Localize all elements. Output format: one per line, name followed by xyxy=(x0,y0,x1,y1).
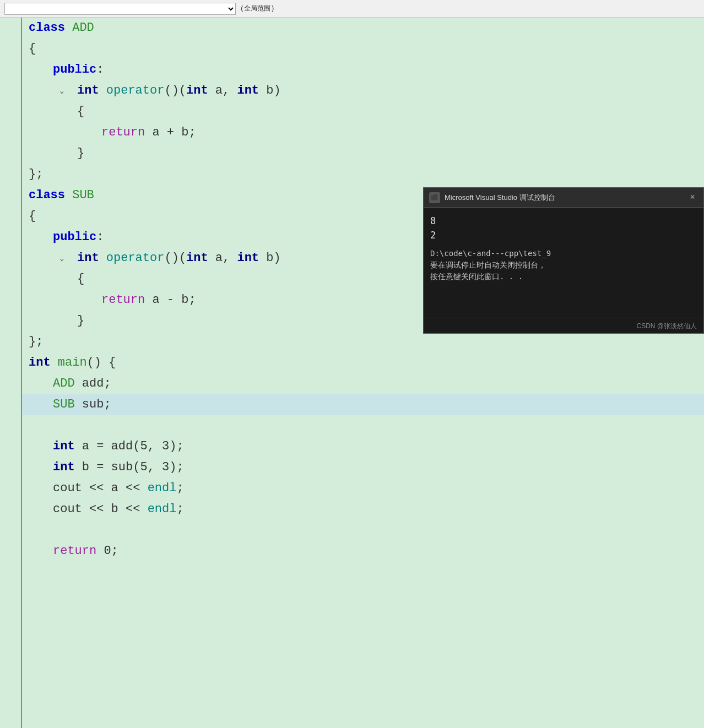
gutter-line xyxy=(0,373,21,394)
scope-label: (全局范围) xyxy=(240,4,274,13)
token-op-teal: endl xyxy=(148,499,177,520)
token-normal: : xyxy=(96,227,104,248)
gutter-line xyxy=(0,248,21,269)
debug-path: D:\code\c-and---cpp\test_9 xyxy=(430,248,697,259)
token-normal: ; xyxy=(176,478,183,499)
token-kw-int: int xyxy=(77,248,99,269)
collapse-arrow[interactable]: ⌄ xyxy=(59,80,64,101)
gutter-line xyxy=(0,311,21,332)
token-normal: () { xyxy=(87,352,116,373)
token-kw-int: int xyxy=(237,80,259,101)
gutter-line xyxy=(0,39,21,59)
code-line: SUB sub; xyxy=(22,394,704,415)
debug-footer: CSDN @张淡然仙人 xyxy=(424,318,703,333)
token-normal: } xyxy=(77,311,84,332)
code-line: cout << b << endl; xyxy=(22,499,704,520)
token-class-name: SUB xyxy=(53,394,75,415)
debug-output-line2: 2 xyxy=(430,229,697,243)
token-kw-int: int xyxy=(237,248,259,269)
debug-output-line1: 8 xyxy=(430,214,697,229)
token-kw-int: int xyxy=(53,457,75,478)
token-normal xyxy=(51,352,58,373)
code-line: public: xyxy=(22,59,704,80)
token-kw-blue: public xyxy=(53,227,96,248)
gutter-line xyxy=(0,80,21,101)
debug-close-button[interactable]: × xyxy=(687,192,698,203)
code-line: } xyxy=(22,143,704,164)
token-normal: 0; xyxy=(96,541,118,562)
token-normal: sub; xyxy=(75,394,111,415)
token-kw-return: return xyxy=(101,290,145,311)
debug-hint2: 按任意键关闭此窗口. . . xyxy=(430,271,697,282)
gutter-line xyxy=(0,478,21,499)
token-normal: }; xyxy=(29,164,43,185)
gutter-line xyxy=(0,457,21,478)
gutter-line xyxy=(0,332,21,352)
gutter-line xyxy=(0,101,21,122)
token-kw-int: int xyxy=(186,248,208,269)
code-line: { xyxy=(22,39,704,59)
gutter-line xyxy=(0,227,21,248)
token-class-name: ADD xyxy=(72,18,94,39)
code-line: }; xyxy=(22,332,704,352)
token-op-teal: operator xyxy=(106,248,165,269)
debug-panel: ⬛ Microsoft Visual Studio 调试控制台 × 8 2 D:… xyxy=(423,187,704,334)
token-normal: ( xyxy=(179,80,186,101)
token-normal: a, xyxy=(208,80,237,101)
token-normal xyxy=(65,18,72,39)
code-line: return a + b; xyxy=(22,122,704,143)
token-normal: cout << b << xyxy=(53,499,148,520)
token-normal: a + b; xyxy=(145,122,196,143)
scope-dropdown[interactable] xyxy=(4,3,236,15)
token-kw-int: int xyxy=(77,80,99,101)
code-line: ⌄int main() { xyxy=(22,352,704,373)
token-kw-int: int xyxy=(186,80,208,101)
token-normal: : xyxy=(96,59,104,80)
token-normal: { xyxy=(29,39,36,59)
token-normal: } xyxy=(77,143,84,164)
token-normal xyxy=(65,185,72,206)
token-normal: cout << a << xyxy=(53,478,148,499)
token-normal: b) xyxy=(259,248,281,269)
gutter-line xyxy=(0,520,21,541)
code-line: }; xyxy=(22,164,704,185)
debug-hint1: 要在调试停止时自动关闭控制台， xyxy=(430,259,697,271)
token-normal: ; xyxy=(176,499,183,520)
top-bar: (全局范围) xyxy=(0,0,704,18)
token-kw-int: int xyxy=(53,436,75,457)
code-line: ADD add; xyxy=(22,373,704,394)
code-line: return 0; xyxy=(22,541,704,562)
token-kw-return: return xyxy=(101,122,145,143)
token-normal: () xyxy=(164,248,178,269)
gutter-line xyxy=(0,122,21,143)
gutter-line xyxy=(0,143,21,164)
gutter-line xyxy=(0,394,21,415)
token-normal: { xyxy=(77,101,84,122)
gutter-line xyxy=(0,164,21,185)
gutter-line xyxy=(0,415,21,436)
token-kw-class: class xyxy=(29,185,65,206)
line-gutter xyxy=(0,18,22,728)
gutter-line xyxy=(0,290,21,311)
token-normal xyxy=(99,80,106,101)
token-class-name: ADD xyxy=(53,373,75,394)
collapse-arrow[interactable]: ⌄ xyxy=(59,248,64,269)
token-op-teal: operator xyxy=(106,80,165,101)
code-line: cout << a << endl; xyxy=(22,478,704,499)
gutter-line xyxy=(0,541,21,562)
token-normal: ( xyxy=(179,248,186,269)
gutter-line xyxy=(0,59,21,80)
debug-title: Microsoft Visual Studio 调试控制台 xyxy=(445,193,683,203)
gutter-line xyxy=(0,499,21,520)
code-line xyxy=(22,520,704,541)
code-line: int a = add(5, 3); xyxy=(22,436,704,457)
token-kw-return: return xyxy=(53,541,96,562)
code-area[interactable]: ⌄class ADD{public:⌄int operator()(int a,… xyxy=(22,18,704,728)
token-normal: b) xyxy=(259,80,281,101)
token-kw-int: int xyxy=(29,352,51,373)
code-line: ⌄class ADD xyxy=(22,18,704,39)
token-normal: }; xyxy=(29,332,43,352)
debug-content: 8 2 D:\code\c-and---cpp\test_9 要在调试停止时自动… xyxy=(424,208,703,318)
token-normal: add; xyxy=(75,373,111,394)
debug-icon: ⬛ xyxy=(429,192,440,203)
